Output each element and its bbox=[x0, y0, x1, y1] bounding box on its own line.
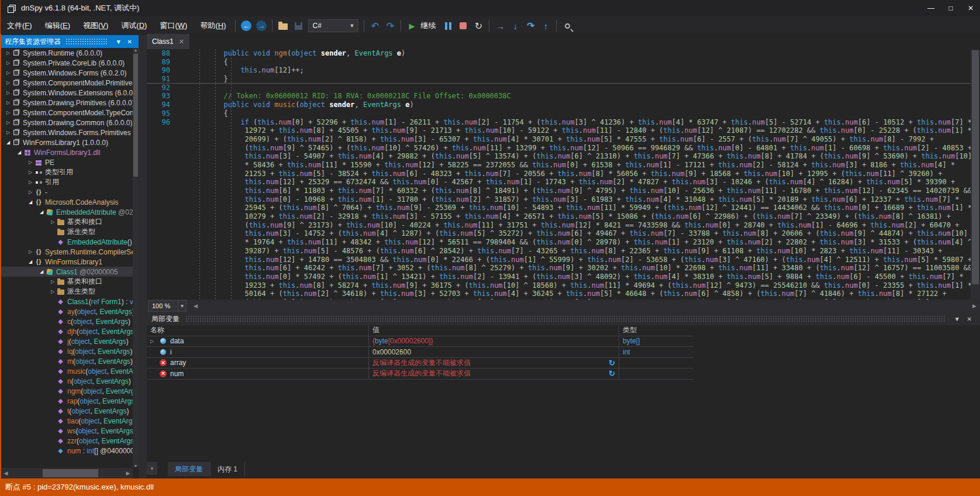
code-line[interactable]: this.num[6] + 46242 + this.num[7] + 3052… bbox=[147, 264, 971, 273]
panel-menu-icon[interactable]: ▼ bbox=[113, 39, 125, 45]
code-line[interactable]: 96 if (this.num[0] + 52296 + this.num[1]… bbox=[147, 118, 971, 127]
scroll-right-icon[interactable]: ▶ bbox=[970, 303, 979, 309]
continue-label[interactable]: 继续 bbox=[420, 20, 436, 31]
menu-item-f[interactable]: 文件(F) bbox=[1, 21, 39, 30]
code-line[interactable]: this.num[0] * 57492 + (this.num[1] ^ 134… bbox=[147, 273, 971, 281]
scrollbar-thumb[interactable] bbox=[972, 50, 979, 284]
code-line[interactable]: (this.num[9] ^ 57465) + (this.num[10] ^ … bbox=[147, 144, 971, 153]
tree-item[interactable]: ◆c(object, EventArgs) bbox=[1, 316, 133, 326]
continue-button[interactable]: ▶ bbox=[404, 18, 419, 33]
scrollbar-corner[interactable]: ▼ bbox=[147, 462, 157, 475]
tab-close-icon[interactable]: ✕ bbox=[179, 38, 184, 46]
tree-item[interactable]: ▷System.Drawing.Primitives (6.0.0.0) bbox=[1, 98, 133, 108]
code-line[interactable]: 92 bbox=[147, 84, 971, 92]
code-line[interactable]: 39287) + this.num[5] - 48576 + (this.num… bbox=[147, 247, 971, 256]
code-line[interactable]: 93 // Token: 0x06000012 RID: 18 RVA: 0x0… bbox=[147, 92, 971, 101]
code-line[interactable]: this.num[0] - 10968 + this.num[1] - 3178… bbox=[147, 195, 971, 204]
tree-item[interactable]: ◆tiao(object, EventArgs) bbox=[1, 416, 133, 426]
tree-item[interactable]: ▷System.Drawing.Common (6.0.0.0) bbox=[1, 118, 133, 128]
expander-collapsed-icon[interactable]: ▷ bbox=[5, 70, 12, 75]
code-line[interactable]: 10279 + this.num[2] - 32918 + this.num[3… bbox=[147, 212, 971, 221]
expander-collapsed-icon[interactable]: ▷ bbox=[49, 219, 56, 225]
tree-item[interactable]: ◢WinFormsLibrary1 (1.0.0.0) bbox=[1, 137, 133, 147]
code-line[interactable]: 19233 + this.num[8] + 58274 + this.num[9… bbox=[147, 281, 971, 290]
expander-collapsed-icon[interactable]: ▷ bbox=[5, 60, 12, 66]
tree-item[interactable]: ◆EmbeddedAttribute() bbox=[1, 237, 133, 247]
expander-expanded-icon[interactable]: ◢ bbox=[27, 199, 34, 205]
open-file-button[interactable] bbox=[275, 18, 291, 33]
bottom-tab-locals[interactable]: 局部变量 bbox=[168, 462, 211, 476]
tree-item[interactable]: ◢EmbeddedAttribute @02000002 bbox=[1, 207, 133, 217]
editor-vertical-scrollbar[interactable] bbox=[971, 49, 980, 299]
code-line[interactable]: 91 } bbox=[147, 75, 971, 84]
code-line[interactable]: 89 { bbox=[147, 58, 971, 67]
tree-item[interactable]: ◆t(object, EventArgs) bbox=[1, 406, 133, 416]
refresh-icon[interactable]: ↻ bbox=[609, 359, 615, 367]
bottom-tab-memory[interactable]: 内存 1 bbox=[211, 462, 245, 476]
expander-collapsed-icon[interactable]: ▷ bbox=[5, 90, 12, 95]
tree-item[interactable]: ◆music(object, EventArgs) bbox=[1, 366, 133, 376]
tree-item[interactable]: ◆lq(object, EventArgs) bbox=[1, 346, 133, 356]
expander-expanded-icon[interactable]: ◢ bbox=[38, 209, 45, 215]
tree-item[interactable]: ▷System.ComponentModel.Primitives (6.0.0… bbox=[1, 78, 133, 88]
expander-collapsed-icon[interactable]: ▷ bbox=[5, 120, 12, 125]
menu-item-e[interactable]: 编辑(E) bbox=[39, 21, 77, 30]
scroll-right-icon[interactable]: ▶ bbox=[123, 470, 133, 476]
tree-item[interactable]: ▷System.Private.CoreLib (6.0.0.0) bbox=[1, 58, 133, 68]
code-line[interactable]: 21253 + this.num[5] - 38524 + this.num[6… bbox=[147, 170, 971, 178]
expander-collapsed-icon[interactable]: ▷ bbox=[5, 80, 12, 85]
step-over-button[interactable]: ↷ bbox=[523, 18, 538, 33]
tab-class1[interactable]: Class1 ✕ bbox=[147, 34, 189, 49]
code-editor[interactable]: 88 public void ngm(object sender, EventA… bbox=[147, 49, 971, 299]
code-line[interactable]: this.num[6] * 11803 + this.num[7] * 6033… bbox=[147, 187, 971, 195]
menu-item-v[interactable]: 视图(V) bbox=[77, 21, 115, 30]
tree-item[interactable]: ◢{ }Microsoft.CodeAnalysis bbox=[1, 197, 133, 207]
code-line[interactable]: this.num[12] + 14780 == 3504803 && this.… bbox=[147, 256, 971, 264]
panel-close-icon[interactable]: ✕ bbox=[125, 39, 135, 45]
tree-item[interactable]: ▷System.ComponentModel.TypeConverter (6.… bbox=[1, 108, 133, 118]
tree-item[interactable]: 派生类型 bbox=[1, 227, 133, 237]
expander-collapsed-icon[interactable]: ▷ bbox=[27, 180, 34, 185]
panel-close-icon[interactable]: ✕ bbox=[964, 316, 975, 322]
tree-item[interactable]: ◆ws(object, EventArgs) bbox=[1, 426, 133, 436]
code-line[interactable]: 94 public void music(object sender, Even… bbox=[147, 101, 971, 109]
code-line[interactable]: 20699) + (this.num[2] ^ 8158) + this.num… bbox=[147, 135, 971, 144]
tree-item[interactable]: ▷System.Windows.Forms (6.0.2.0) bbox=[1, 68, 133, 78]
tree-vertical-scrollbar[interactable]: ▲ ▼ bbox=[133, 48, 139, 468]
restart-button[interactable]: ↻ bbox=[471, 18, 486, 33]
tree-item[interactable]: ▷System.Runtime (6.0.0.0) bbox=[1, 48, 133, 58]
expander-collapsed-icon[interactable]: ▷ bbox=[49, 279, 56, 284]
close-button[interactable]: ✕ bbox=[961, 0, 980, 16]
maximize-button[interactable]: □ bbox=[941, 0, 961, 16]
expander-expanded-icon[interactable]: ◢ bbox=[5, 140, 12, 145]
tree-item[interactable]: ◆ngm(object, EventArgs) bbox=[1, 386, 133, 396]
tree-item[interactable]: ◆djh(object, EventArgs) bbox=[1, 326, 133, 336]
variable-value[interactable]: 反编译器生成的变量不能被求值↻ bbox=[369, 358, 619, 368]
variable-value[interactable]: {byte[0x00002600]} bbox=[369, 336, 619, 347]
expander-collapsed-icon[interactable]: ▷ bbox=[5, 50, 12, 56]
expander-expanded-icon[interactable]: ◢ bbox=[38, 269, 45, 274]
minimize-button[interactable]: — bbox=[921, 0, 941, 16]
code-line[interactable]: this.num[12] + 25329 == 6732474 && this.… bbox=[147, 178, 971, 187]
tree-item[interactable]: ◆Class1(ref Form1) : void bbox=[1, 297, 133, 306]
scrollbar-thumb[interactable] bbox=[133, 54, 138, 177]
locals-row-i[interactable]: i0x00002600int bbox=[147, 347, 693, 358]
zoom-level-select[interactable]: 100 % bbox=[148, 300, 178, 312]
scroll-up-icon[interactable]: ▲ bbox=[133, 48, 139, 52]
tree-item[interactable]: ▷基类和接口 bbox=[1, 217, 133, 227]
tree-item[interactable]: ▷引用 bbox=[1, 177, 133, 187]
expander-collapsed-icon[interactable]: ▷ bbox=[49, 289, 56, 294]
menu-item-h[interactable]: 帮助(H) bbox=[194, 21, 232, 30]
locals-row-num[interactable]: ✕num反编译器生成的变量不能被求值↻ bbox=[147, 368, 693, 380]
column-header-value[interactable]: 值 bbox=[369, 325, 619, 336]
variable-value[interactable]: 0x00002600 bbox=[369, 347, 619, 357]
code-line[interactable]: (this.num[9] ^ 23173) + this.num[10] - 4… bbox=[147, 221, 971, 230]
tree-item[interactable]: ◆rap(object, EventArgs) bbox=[1, 396, 133, 406]
code-line[interactable]: 90 this.num[12]++; bbox=[147, 66, 971, 75]
menu-item-d[interactable]: 调试(D) bbox=[115, 21, 153, 30]
expander-collapsed-icon[interactable]: ▷ bbox=[150, 339, 158, 344]
assembly-explorer-header[interactable]: 程序集资源管理器 ▼ ✕ bbox=[1, 35, 139, 48]
tree-item[interactable]: ▷基类和接口 bbox=[1, 277, 133, 287]
code-line[interactable]: 25945 + (this.num[8] ^ 7064) + this.num[… bbox=[147, 204, 971, 212]
language-select[interactable]: C#▼ bbox=[308, 19, 358, 32]
